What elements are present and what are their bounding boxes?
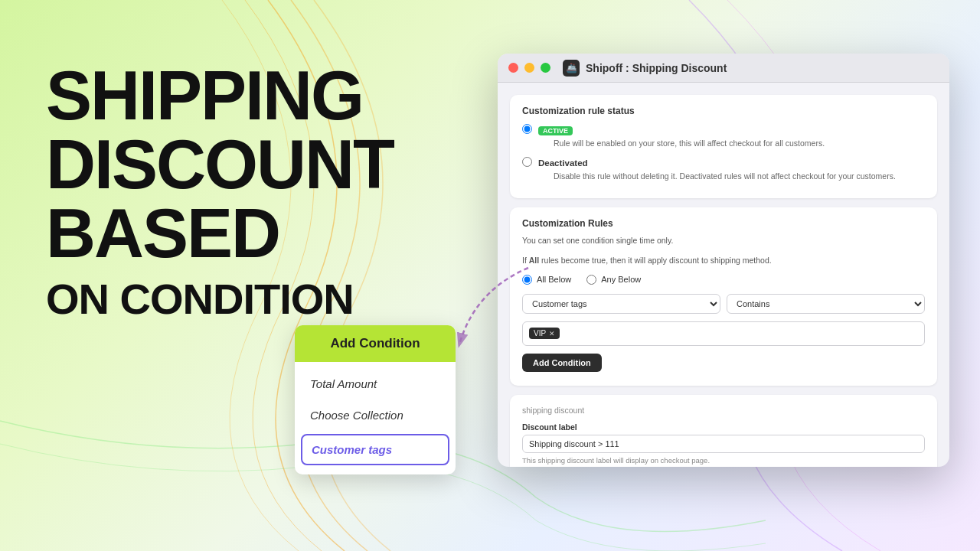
window-titlebar: 🚢 Shipoff : Shipping Discount bbox=[498, 54, 949, 83]
traffic-light-red[interactable] bbox=[508, 63, 518, 73]
condition-type-select[interactable]: Customer tags Total Amount Choose Collec… bbox=[522, 294, 720, 314]
all-below-radio[interactable] bbox=[522, 275, 532, 285]
customization-rules-section: Customization Rules You can set one cond… bbox=[510, 207, 937, 386]
window-content: Customization rule status Active Rule wi… bbox=[498, 83, 949, 467]
any-below-option[interactable]: Any Below bbox=[586, 275, 641, 285]
rules-desc1: You can set one condition single time on… bbox=[522, 235, 925, 247]
hero-line4: ON CONDITION bbox=[46, 274, 394, 324]
dropdown-item-choose-collection[interactable]: Choose Collection bbox=[295, 399, 456, 431]
condition-row: Customer tags Total Amount Choose Collec… bbox=[522, 294, 925, 314]
discount-label-input[interactable] bbox=[522, 435, 925, 453]
discount-hint: This shipping discount label will displa… bbox=[522, 456, 925, 465]
deactivated-radio[interactable] bbox=[522, 157, 532, 167]
hero-line1: SHIPPING bbox=[46, 61, 394, 130]
shipping-discount-text: shipping discount bbox=[522, 406, 925, 415]
dropdown-item-customer-tags[interactable]: Customer tags bbox=[301, 434, 449, 465]
customization-rules-title: Customization Rules bbox=[522, 218, 925, 229]
discount-section: shipping discount Discount label This sh… bbox=[510, 395, 937, 467]
condition-operator-select[interactable]: Contains Does not contain bbox=[727, 294, 925, 314]
hero-line3: BASED bbox=[46, 199, 394, 268]
vip-tag[interactable]: VIP ✕ bbox=[529, 328, 560, 339]
rules-desc-bold: All bbox=[529, 256, 539, 265]
active-badge: Active bbox=[538, 126, 573, 135]
rule-type-row: All Below Any Below bbox=[522, 275, 925, 285]
deactivated-desc: Disable this rule without deleting it. D… bbox=[554, 171, 896, 182]
any-below-label: Any Below bbox=[601, 275, 641, 284]
app-icon: 🚢 bbox=[563, 60, 580, 77]
active-desc: Rule will be enabled on your store, this… bbox=[554, 138, 825, 149]
dropdown-header-label: Add Condition bbox=[330, 336, 420, 350]
rule-status-title: Customization rule status bbox=[522, 106, 925, 116]
tag-close-icon[interactable]: ✕ bbox=[549, 330, 555, 337]
hero-line2: DISCOUNT bbox=[46, 130, 394, 199]
dropdown-item-total-amount[interactable]: Total Amount bbox=[295, 368, 456, 399]
all-below-label: All Below bbox=[537, 275, 571, 284]
rules-desc2: If All rules become true, then it will a… bbox=[522, 255, 925, 267]
deactivated-label: Deactivated bbox=[538, 158, 588, 168]
app-window: 🚢 Shipoff : Shipping Discount Customizat… bbox=[498, 54, 949, 467]
rule-status-section: Customization rule status Active Rule wi… bbox=[510, 95, 937, 198]
active-radio[interactable] bbox=[522, 124, 532, 134]
traffic-light-green[interactable] bbox=[541, 63, 550, 73]
traffic-light-yellow[interactable] bbox=[524, 63, 534, 73]
active-radio-row: Active Rule will be enabled on your stor… bbox=[522, 122, 925, 149]
add-condition-button[interactable]: Add Condition bbox=[522, 354, 602, 372]
dropdown-items: Total Amount Choose Collection Customer … bbox=[295, 362, 456, 474]
all-below-option[interactable]: All Below bbox=[522, 275, 571, 285]
tag-container: VIP ✕ bbox=[522, 321, 925, 346]
hero-text: SHIPPING DISCOUNT BASED ON CONDITION bbox=[46, 61, 394, 324]
dropdown-header: Add Condition bbox=[295, 325, 456, 362]
any-below-radio[interactable] bbox=[586, 275, 596, 285]
window-title: 🚢 Shipoff : Shipping Discount bbox=[563, 60, 727, 77]
discount-label-title: Discount label bbox=[522, 422, 925, 432]
deactivated-radio-row: Deactivated Disable this rule without de… bbox=[522, 155, 925, 182]
condition-dropdown: Add Condition Total Amount Choose Collec… bbox=[295, 325, 456, 474]
